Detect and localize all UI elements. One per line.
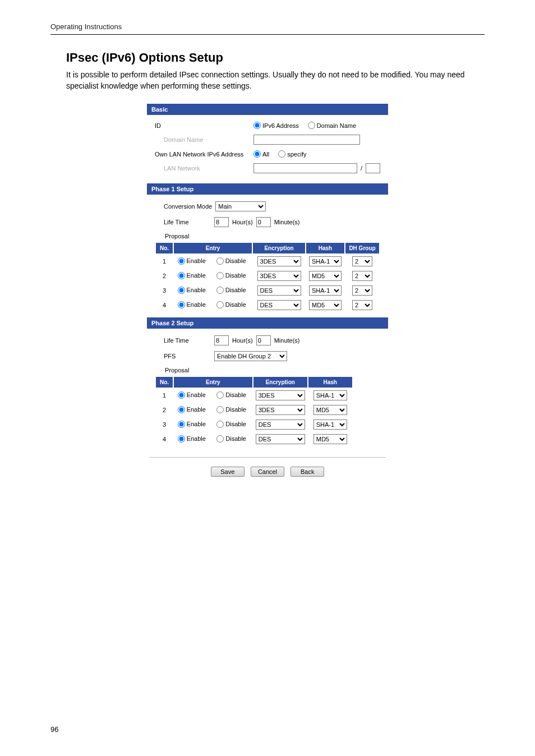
p1-enc-select[interactable]: DES <box>257 285 301 296</box>
p1-dh-select[interactable]: 2 <box>352 271 372 281</box>
lan-network-input[interactable] <box>253 163 357 173</box>
slash-label: / <box>361 165 362 172</box>
p1-dh-select[interactable]: 2 <box>352 285 372 296</box>
save-button[interactable]: Save <box>211 467 245 477</box>
p1-enable-radio[interactable]: Enable <box>178 287 206 294</box>
p1-hash-select[interactable]: MD5 <box>309 271 342 281</box>
p1-enc-select[interactable]: DES <box>257 300 301 310</box>
p1-row-no: 1 <box>155 254 173 269</box>
p2-disable-radio[interactable]: Disable <box>216 406 246 413</box>
section-bar-phase1: Phase 1 Setup <box>147 183 388 195</box>
p2-row-no: 1 <box>155 388 173 403</box>
p2-disable-radio[interactable]: Disable <box>216 421 246 428</box>
p1-dh-select[interactable]: 2 <box>352 256 372 266</box>
section-bar-basic: Basic <box>147 104 388 115</box>
domain-name-input[interactable] <box>253 135 360 145</box>
own-lan-label: Own LAN Network IPv6 Address <box>155 151 250 158</box>
id-radio-domain[interactable]: Domain Name <box>308 122 356 129</box>
p1-enc-select[interactable]: 3DES <box>257 271 301 281</box>
intro-text: It is possible to perform detailed IPsec… <box>66 70 485 91</box>
p2-th-enc: Encryption <box>253 376 308 388</box>
page-number: 96 <box>50 725 58 734</box>
own-lan-radio-all[interactable]: All <box>253 150 269 158</box>
ipsec-options-panel: Basic ID IPv6 Address Domain Name Domain… <box>147 104 388 487</box>
p2-enable-radio[interactable]: Enable <box>178 421 206 428</box>
p2-row-no: 4 <box>155 432 173 446</box>
table-row: 1 Enable Disable 3DES SHA-1 <box>155 388 353 403</box>
own-lan-radio-specify[interactable]: specify <box>278 150 306 158</box>
p1-conv-label: Conversion Mode <box>155 203 212 210</box>
p2-pfs-select[interactable]: Enable DH Group 2 <box>214 351 287 361</box>
p2-disable-radio[interactable]: Disable <box>216 391 246 399</box>
p2-hash-select[interactable]: MD5 <box>313 405 347 415</box>
p1-th-no: No. <box>155 242 173 254</box>
p1-enable-radio[interactable]: Enable <box>178 257 206 265</box>
p2-life-min-input[interactable] <box>256 335 271 345</box>
p1-life-min-unit: Minute(s) <box>274 219 300 225</box>
p2-th-entry: Entry <box>173 376 253 388</box>
p1-row-no: 3 <box>155 283 173 298</box>
p2-hash-select[interactable]: SHA-1 <box>313 390 347 400</box>
p1-disable-radio[interactable]: Disable <box>216 301 246 308</box>
own-lan-radio-specify-input[interactable] <box>278 150 285 158</box>
lan-prefix-input[interactable] <box>366 163 380 173</box>
domain-name-label: Domain Name <box>155 136 250 143</box>
p1-enable-radio[interactable]: Enable <box>178 301 206 308</box>
p1-enable-radio[interactable]: Enable <box>178 272 206 279</box>
p1-row-no: 2 <box>155 269 173 283</box>
table-row: 4 Enable Disable DES MD5 <box>155 432 353 446</box>
id-radio-ipv6[interactable]: IPv6 Address <box>253 122 299 129</box>
back-button[interactable]: Back <box>290 467 324 477</box>
own-lan-radio-all-input[interactable] <box>253 150 261 158</box>
p1-hash-select[interactable]: MD5 <box>309 300 342 310</box>
p2-disable-radio[interactable]: Disable <box>216 435 246 442</box>
p1-life-label: Life Time <box>155 219 211 225</box>
p1-hash-select[interactable]: SHA-1 <box>309 256 342 266</box>
p1-hash-select[interactable]: SHA-1 <box>309 285 342 296</box>
p1-life-hours-input[interactable] <box>214 217 229 227</box>
page-title: IPsec (IPv6) Options Setup <box>66 50 485 65</box>
p2-hash-select[interactable]: MD5 <box>313 434 347 444</box>
id-radio-domain-label: Domain Name <box>317 122 356 129</box>
table-row: 2 Enable Disable 3DES MD5 2 <box>155 269 380 283</box>
table-row: 3 Enable Disable DES SHA-1 <box>155 417 353 432</box>
p2-proposal-table: No. Entry Encryption Hash 1 Enable Disab… <box>155 376 353 447</box>
p1-life-min-input[interactable] <box>256 217 271 227</box>
p2-enable-radio[interactable]: Enable <box>178 435 206 442</box>
p2-th-no: No. <box>155 376 173 388</box>
p2-life-label: Life Time <box>155 337 211 344</box>
table-row: 1 Enable Disable 3DES SHA-1 2 <box>155 254 380 269</box>
p1-conv-select[interactable]: Main <box>215 201 266 211</box>
p1-disable-radio[interactable]: Disable <box>216 257 246 265</box>
p1-life-hours-unit: Hour(s) <box>232 219 253 225</box>
p2-enable-radio[interactable]: Enable <box>178 391 206 399</box>
lan-network-label: LAN Network <box>155 165 250 172</box>
p2-enable-radio[interactable]: Enable <box>178 406 206 413</box>
own-lan-radio-all-label: All <box>262 151 269 158</box>
p2-th-hash: Hash <box>308 376 353 388</box>
p2-enc-select[interactable]: 3DES <box>256 390 305 400</box>
p1-th-entry: Entry <box>173 242 252 254</box>
p2-life-hours-input[interactable] <box>214 335 229 345</box>
p1-enc-select[interactable]: 3DES <box>257 256 301 266</box>
p2-proposal-label: Proposal <box>165 367 380 374</box>
p2-enc-select[interactable]: DES <box>256 420 305 430</box>
id-label: ID <box>155 122 250 129</box>
p2-hash-select[interactable]: SHA-1 <box>313 420 347 430</box>
p2-pfs-label: PFS <box>155 353 211 359</box>
p1-disable-radio[interactable]: Disable <box>216 287 246 294</box>
p2-row-no: 2 <box>155 403 173 417</box>
p2-row-no: 3 <box>155 417 173 432</box>
p1-proposal-label: Proposal <box>165 233 380 239</box>
id-radio-domain-input[interactable] <box>308 122 315 129</box>
table-row: 4 Enable Disable DES MD5 2 <box>155 298 380 312</box>
p1-disable-radio[interactable]: Disable <box>216 272 246 279</box>
p2-enc-select[interactable]: DES <box>256 434 305 444</box>
table-row: 2 Enable Disable 3DES MD5 <box>155 403 353 417</box>
cancel-button[interactable]: Cancel <box>251 467 284 477</box>
id-radio-ipv6-input[interactable] <box>253 122 261 129</box>
p1-dh-select[interactable]: 2 <box>352 300 372 310</box>
table-row: 3 Enable Disable DES SHA-1 2 <box>155 283 380 298</box>
p1-th-hash: Hash <box>306 242 345 254</box>
p2-enc-select[interactable]: 3DES <box>256 405 305 415</box>
